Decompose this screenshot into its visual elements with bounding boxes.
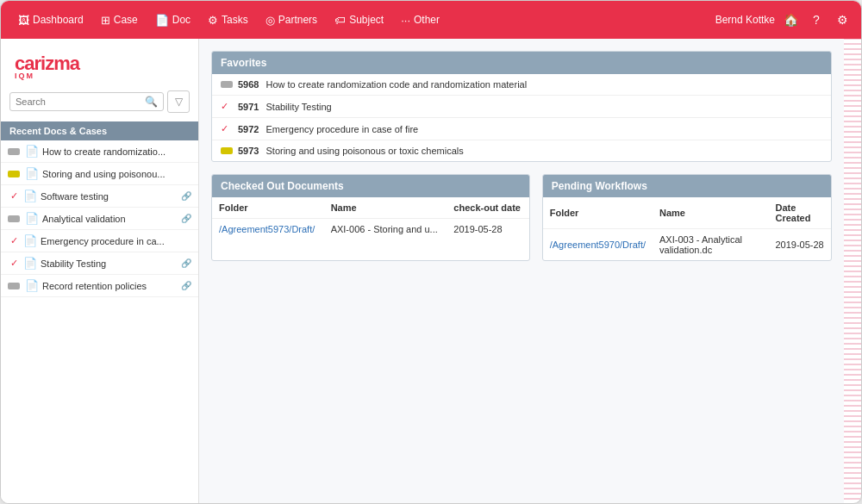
pending-title: Pending Workflows: [543, 175, 831, 197]
nav-tasks[interactable]: ⚙ Tasks: [199, 1, 257, 39]
logo-sub: IQM: [15, 72, 34, 80]
case-icon: ⊞: [101, 14, 110, 27]
doc-file-icon: 📄: [25, 167, 39, 180]
link-icon: 🔗: [181, 281, 191, 290]
pending-workflows-section: Pending Workflows Folder Name Date Creat…: [542, 174, 832, 261]
doc-item-name: Stability Testing: [41, 258, 178, 269]
pending-table: Folder Name Date Created /Agreement5970/…: [543, 197, 831, 260]
col-checkout-date: check-out date: [447, 197, 528, 219]
table-row[interactable]: /Agreement5970/Draft/ AXI-003 - Analytic…: [543, 229, 831, 261]
doc-file-icon: 📄: [25, 212, 39, 225]
home-button[interactable]: 🏠: [780, 9, 801, 30]
cell-name: AXI-003 - Analytical validation.dc: [653, 229, 768, 261]
logo-area: carizma IQM: [1, 53, 198, 90]
favorite-item[interactable]: 5968 How to create randomization code an…: [212, 74, 831, 96]
list-item[interactable]: ✓ 📄 Emergency procedure in ca...: [1, 230, 198, 252]
favorites-title: Favorites: [212, 52, 831, 74]
cell-date: 2019-05-28: [447, 219, 528, 240]
filter-button[interactable]: ▽: [167, 90, 190, 113]
search-box[interactable]: 🔍: [9, 92, 164, 111]
checked-out-title: Checked Out Documents: [212, 175, 529, 197]
search-input[interactable]: [16, 96, 145, 107]
nav-user-area: Bernd Kottke 🏠 ? ⚙: [715, 9, 853, 30]
fav-name: How to create randomization code and ran…: [265, 79, 527, 90]
cell-name: AXI-006 - Storing and u...: [324, 219, 447, 240]
tasks-icon: ⚙: [208, 14, 218, 27]
fav-check-icon: ✓: [221, 123, 233, 134]
list-item[interactable]: 📄 How to create randomizatio...: [1, 140, 198, 163]
fav-name: Storing and using poisonous or toxic che…: [265, 146, 463, 156]
link-icon: 🔗: [181, 191, 191, 201]
doc-item-name: Analytical validation: [42, 214, 178, 224]
checked-out-table: Folder Name check-out date /Agreement597…: [212, 197, 529, 240]
partners-icon: ◎: [265, 14, 275, 27]
top-navigation: 🖼 Dashboard ⊞ Case 📄 Doc ⚙ Tasks ◎ Partn…: [1, 1, 861, 39]
fav-id: 5973: [238, 146, 259, 156]
doc-icon: 📄: [155, 14, 169, 27]
col-name: Name: [324, 197, 447, 219]
fav-id: 5968: [238, 79, 259, 90]
list-item[interactable]: 📄 Storing and using poisonou...: [1, 163, 198, 185]
nav-partners[interactable]: ◎ Partners: [257, 1, 326, 39]
fav-status-bar: [221, 81, 233, 88]
bottom-row: Checked Out Documents Folder Name check-…: [211, 174, 832, 261]
doc-file-icon: 📄: [23, 190, 37, 202]
list-item[interactable]: ✓ 📄 Software testing 🔗: [1, 185, 198, 208]
search-icon[interactable]: 🔍: [145, 96, 158, 108]
nav-dashboard[interactable]: 🖼 Dashboard: [9, 1, 92, 39]
doc-item-name: Software testing: [41, 191, 178, 202]
favorite-item[interactable]: ✓ 5972 Emergency procedure in case of fi…: [212, 118, 831, 140]
fav-id: 5971: [238, 102, 259, 112]
status-indicator: [8, 148, 20, 155]
nav-case[interactable]: ⊞ Case: [92, 1, 147, 39]
settings-button[interactable]: ⚙: [832, 9, 853, 30]
nav-subject[interactable]: 🏷 Subject: [326, 1, 392, 39]
subject-icon: 🏷: [334, 14, 346, 27]
folder-link[interactable]: /Agreement5973/Draft/: [219, 224, 315, 234]
other-icon: ···: [401, 14, 410, 27]
doc-file-icon: 📄: [25, 145, 39, 158]
list-item[interactable]: 📄 Analytical validation 🔗: [1, 208, 198, 230]
doc-item-name: Storing and using poisonou...: [42, 169, 191, 179]
right-panel: Favorites 5968 How to create randomizati…: [199, 39, 844, 503]
recent-docs-header: Recent Docs & Cases: [1, 121, 198, 140]
nav-other[interactable]: ··· Other: [392, 1, 448, 39]
dashboard-icon: 🖼: [18, 14, 29, 27]
favorite-item[interactable]: ✓ 5971 Stability Testing: [212, 96, 831, 118]
left-panel: carizma IQM 🔍 ▽ Recent Docs & Cases 📄: [1, 39, 199, 503]
app-frame: 🖼 Dashboard ⊞ Case 📄 Doc ⚙ Tasks ◎ Partn…: [0, 0, 862, 504]
doc-item-name: How to create randomizatio...: [42, 146, 191, 157]
fav-name: Stability Testing: [265, 102, 331, 112]
checked-out-section: Checked Out Documents Folder Name check-…: [211, 174, 530, 261]
doc-file-icon: 📄: [23, 257, 37, 270]
doc-item-name: Emergency procedure in ca...: [41, 236, 191, 246]
status-indicator: [8, 215, 20, 222]
doc-file-icon: 📄: [23, 234, 37, 247]
recent-docs-list: 📄 How to create randomizatio... 📄 Storin…: [1, 140, 198, 503]
filter-icon: ▽: [175, 96, 183, 108]
fav-check-icon: ✓: [221, 101, 233, 112]
check-icon: ✓: [8, 190, 20, 202]
favorites-section: Favorites 5968 How to create randomizati…: [211, 51, 832, 162]
fav-status-bar: [221, 147, 233, 154]
link-icon: 🔗: [181, 258, 191, 268]
link-icon: 🔗: [181, 214, 191, 223]
cell-date: 2019-05-28: [768, 229, 831, 261]
help-button[interactable]: ?: [806, 9, 827, 30]
check-icon: ✓: [8, 258, 20, 269]
fav-name: Emergency procedure in case of fire: [265, 124, 418, 134]
col-folder: Folder: [543, 197, 653, 229]
status-indicator: [8, 171, 20, 177]
cell-folder: /Agreement5970/Draft/: [543, 229, 653, 261]
table-row[interactable]: /Agreement5973/Draft/ AXI-006 - Storing …: [212, 219, 529, 240]
folder-link[interactable]: /Agreement5970/Draft/: [550, 240, 646, 250]
nav-doc[interactable]: 📄 Doc: [147, 1, 199, 39]
status-indicator: [8, 283, 20, 289]
list-item[interactable]: ✓ 📄 Stability Testing 🔗: [1, 252, 198, 275]
favorite-item[interactable]: 5973 Storing and using poisonous or toxi…: [212, 140, 831, 161]
list-item[interactable]: 📄 Record retention policies 🔗: [1, 275, 198, 297]
doc-item-name: Record retention policies: [42, 281, 178, 291]
col-folder: Folder: [212, 197, 324, 219]
col-name: Name: [653, 197, 768, 229]
decorative-dots: [844, 39, 861, 503]
